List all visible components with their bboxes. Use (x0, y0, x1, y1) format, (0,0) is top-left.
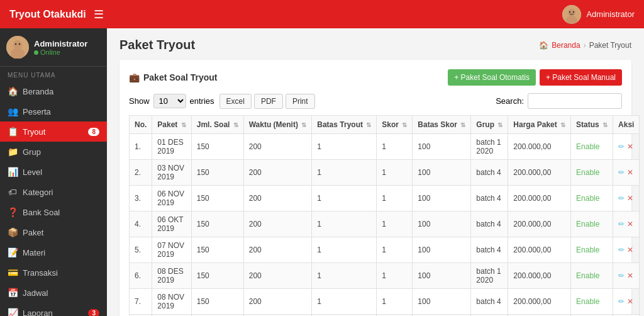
badge-laporan: 3 (88, 309, 99, 317)
sidebar-item-jadwal[interactable]: 📅 Jadwal (0, 283, 107, 303)
delete-icon[interactable]: ✕ (627, 194, 633, 203)
delete-icon[interactable]: ✕ (627, 142, 633, 151)
edit-icon[interactable]: ✏ (618, 220, 625, 229)
breadcrumb-current: Paket Tryout (589, 41, 631, 50)
cell-8: 200.000,00 (508, 186, 571, 212)
btn-excel[interactable]: Excel (219, 94, 252, 109)
sidebar-item-beranda[interactable]: 🏠 Beranda (0, 81, 107, 101)
cell-6: 100 (413, 160, 471, 186)
cell-actions: ✏✕ (613, 263, 640, 289)
breadcrumb-area: Paket Tryout 🏠 Beranda › Paket Tryout (119, 38, 631, 52)
sidebar-item-grup[interactable]: 📁 Grup (0, 142, 107, 162)
show-label: Show (129, 96, 150, 106)
col-aksi[interactable]: Aksi (613, 116, 640, 134)
btn-add-otomatis[interactable]: + Paket Soal Otomatis (448, 69, 536, 86)
cell-3: 200 (243, 263, 312, 289)
navbar-admin-name: Administrator (586, 9, 635, 19)
cell-7: batch 4 (471, 289, 508, 315)
breadcrumb: 🏠 Beranda › Paket Tryout (539, 41, 631, 50)
col-no-[interactable]: No. (130, 116, 152, 134)
cell-0: 4. (130, 212, 152, 237)
edit-icon[interactable]: ✏ (618, 297, 625, 306)
edit-icon[interactable]: ✏ (618, 168, 625, 177)
delete-icon[interactable]: ✕ (627, 271, 633, 280)
cell-2: 150 (191, 212, 243, 237)
delete-icon[interactable]: ✕ (627, 168, 633, 177)
col-batas-tryout[interactable]: Batas Tryout ⇅ (312, 116, 377, 134)
cell-1: 07 NOV 2019 (152, 237, 191, 263)
sidebar-user-area: Administrator Online (0, 28, 107, 67)
cell-3: 200 (243, 237, 312, 263)
btn-pdf[interactable]: PDF (254, 94, 283, 109)
sidebar-menu: 🏠 Beranda 👥 Peserta 📋 Tryout 8 📁 Grup 📊 … (0, 81, 107, 316)
edit-icon[interactable]: ✏ (618, 271, 625, 280)
materi-icon: 📝 (8, 247, 18, 257)
col-skor[interactable]: Skor ⇅ (377, 116, 413, 134)
briefcase-icon: 💼 (129, 72, 140, 82)
cell-actions: ✏✕ (613, 237, 640, 263)
edit-icon[interactable]: ✏ (618, 142, 625, 151)
btn-add-manual[interactable]: + Paket Soal Manual (540, 69, 622, 86)
sidebar-item-peserta[interactable]: 👥 Peserta (0, 101, 107, 121)
cell-actions: ✏✕ (613, 289, 640, 315)
cell-0: 7. (130, 289, 152, 315)
col-grup[interactable]: Grup ⇅ (471, 116, 508, 134)
col-batas-skor[interactable]: Batas Skor ⇅ (413, 116, 471, 134)
sidebar-item-kategori[interactable]: 🏷 Kategori (0, 182, 107, 202)
sidebar-user-name: Administrator (34, 39, 87, 48)
hamburger-icon[interactable]: ☰ (94, 8, 104, 21)
btn-print[interactable]: Print (286, 94, 315, 109)
cell-0: 2. (130, 160, 152, 186)
cell-5: 1 (377, 186, 413, 212)
edit-icon[interactable]: ✏ (618, 194, 625, 203)
status-badge: Enable (576, 194, 599, 203)
table-row: 7.08 NOV 201915020011100batch 4200.000,0… (130, 289, 640, 315)
sidebar-item-laporan[interactable]: 📈 Laporan 3 (0, 303, 107, 316)
cell-2: 150 (191, 289, 243, 315)
cell-1: 06 OKT 2019 (152, 212, 191, 237)
breadcrumb-home-link[interactable]: Beranda (552, 41, 580, 50)
cell-1: 08 NOV 2019 (152, 289, 191, 315)
svg-point-3 (569, 11, 570, 12)
col-paket[interactable]: Paket ⇅ (152, 116, 191, 134)
peserta-icon: 👥 (8, 106, 18, 116)
col-jml--soal[interactable]: Jml. Soal ⇅ (191, 116, 243, 134)
table-row: 1.01 DES 201915020011100batch 1 2020200.… (130, 134, 640, 160)
entries-select[interactable]: 102550100 (153, 94, 186, 108)
sidebar-item-paket[interactable]: 📦 Paket (0, 222, 107, 242)
cell-0: 6. (130, 263, 152, 289)
svg-point-8 (15, 43, 17, 45)
cell-status: Enable (571, 186, 613, 212)
transaksi-icon: 💳 (8, 268, 18, 278)
table-body: 1.01 DES 201915020011100batch 1 2020200.… (130, 134, 640, 317)
sidebar-item-level[interactable]: 📊 Level (0, 162, 107, 182)
search-input[interactable] (528, 93, 622, 109)
sidebar-item-bank-soal[interactable]: ❓ Bank Soal (0, 202, 107, 222)
edit-icon[interactable]: ✏ (618, 245, 625, 254)
cell-status: Enable (571, 237, 613, 263)
sidebar-item-materi[interactable]: 📝 Materi (0, 242, 107, 262)
status-badge: Enable (576, 297, 599, 306)
cell-0: 5. (130, 237, 152, 263)
sidebar-user-status: Online (34, 48, 87, 56)
sidebar-label-laporan: Laporan (23, 308, 83, 317)
sidebar-item-transaksi[interactable]: 💳 Transaksi (0, 262, 107, 283)
sidebar-item-tryout[interactable]: 📋 Tryout 8 (0, 121, 107, 142)
delete-icon[interactable]: ✕ (627, 220, 633, 229)
cell-actions: ✏✕ (613, 160, 640, 186)
col-harga-paket[interactable]: Harga Paket ⇅ (508, 116, 571, 134)
sort-icon: ⇅ (301, 121, 306, 128)
delete-icon[interactable]: ✕ (627, 245, 633, 254)
cell-1: 08 DES 2019 (152, 263, 191, 289)
col-status[interactable]: Status ⇅ (571, 116, 613, 134)
cell-status: Enable (571, 212, 613, 237)
cell-8: 200.000,00 (508, 134, 571, 160)
search-label: Search: (496, 96, 524, 106)
delete-icon[interactable]: ✕ (627, 297, 633, 306)
cell-6: 100 (413, 263, 471, 289)
sort-icon: ⇅ (181, 121, 186, 128)
cell-6: 100 (413, 237, 471, 263)
tryout-icon: 📋 (8, 127, 18, 137)
col-waktu--menit-[interactable]: Waktu (Menit) ⇅ (243, 116, 312, 134)
cell-0: 1. (130, 134, 152, 160)
